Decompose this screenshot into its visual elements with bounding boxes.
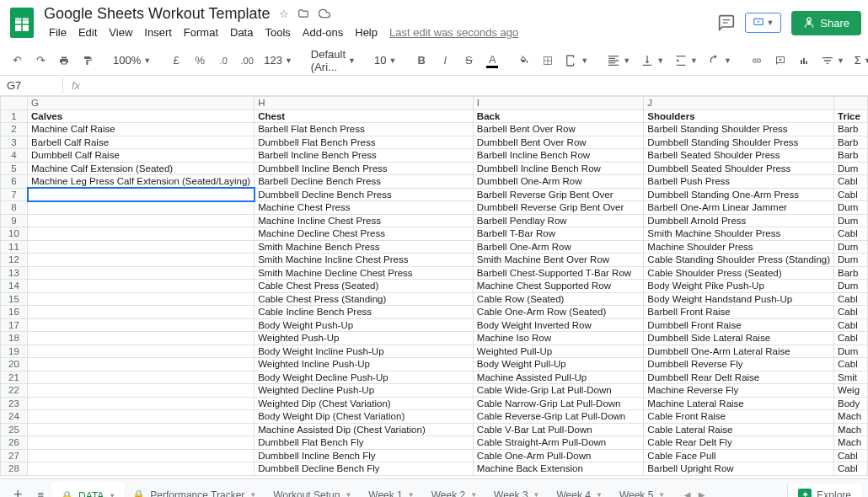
cell[interactable]: Machine Chest Press <box>255 201 474 215</box>
cell[interactable]: Cabl <box>834 292 868 306</box>
cell[interactable]: Barbell Push Press <box>644 175 834 189</box>
redo-icon[interactable]: ↷ <box>30 50 51 72</box>
cell[interactable]: Machine Decline Chest Press <box>255 227 474 241</box>
col-header[interactable] <box>1 97 28 110</box>
cell[interactable]: Dumbbell Standing Shoulder Press <box>644 136 834 149</box>
cell[interactable]: Dum <box>834 254 868 267</box>
cell[interactable]: Dumbbell Front Raise <box>644 318 834 332</box>
cell[interactable]: Smith Machine Decline Chest Press <box>255 266 474 280</box>
cell[interactable]: Cabl <box>834 175 868 189</box>
cell[interactable]: Dumbbell Seated Shoulder Press <box>644 162 834 175</box>
link-icon[interactable] <box>747 50 767 72</box>
cell[interactable]: Cable Front Raise <box>644 410 834 424</box>
cell[interactable]: Smith Machine Bent Over Row <box>473 254 643 267</box>
cell[interactable]: Machine Calf Raise <box>28 123 255 136</box>
tab-performance-tracker[interactable]: 🔒Performance Tracker▼ <box>124 482 265 498</box>
cell[interactable]: Barbell Flat Bench Press <box>255 123 474 136</box>
cell[interactable]: Machine Assisted Pull-Up <box>473 371 643 384</box>
scroll-left-icon[interactable]: ◄ <box>682 489 693 497</box>
add-sheet-icon[interactable]: + <box>7 481 29 497</box>
print-icon[interactable] <box>54 50 74 72</box>
row-header[interactable]: 28 <box>1 462 28 476</box>
row-header[interactable]: 17 <box>1 318 28 332</box>
functions-icon[interactable]: Σ▼ <box>851 52 868 68</box>
decrease-decimal-icon[interactable]: .0 <box>213 50 233 72</box>
cell[interactable]: Dumbbell Decline Bench Fly <box>255 462 474 476</box>
valign-icon[interactable]: ▼ <box>637 52 667 69</box>
menu-data[interactable]: Data <box>225 24 258 40</box>
cell[interactable]: Body Weight Handstand Push-Up <box>644 292 834 306</box>
menu-view[interactable]: View <box>104 24 137 40</box>
cell[interactable]: Dumbbell Flat Bench Press <box>255 136 474 149</box>
cell[interactable] <box>28 227 255 241</box>
row-header[interactable]: 1 <box>1 110 28 123</box>
menu-help[interactable]: Help <box>350 24 383 40</box>
cell[interactable]: Dum <box>834 214 868 227</box>
col-header[interactable] <box>834 97 868 110</box>
cell[interactable]: Cable Wide-Grip Lat Pull-Down <box>473 384 643 398</box>
cell[interactable]: Dumbbell Incline Bench Fly <box>255 449 474 462</box>
sheets-logo[interactable] <box>7 8 37 38</box>
cell[interactable] <box>28 436 255 450</box>
row-header[interactable]: 3 <box>1 136 28 149</box>
tab-week-4[interactable]: Week 4▼ <box>548 482 610 498</box>
tab-week-3[interactable]: Week 3▼ <box>485 482 548 498</box>
row-header[interactable]: 12 <box>1 254 28 267</box>
col-header[interactable]: H <box>255 97 474 110</box>
cell[interactable] <box>28 397 255 410</box>
cell[interactable]: Dumbbell Calf Raise <box>28 149 255 163</box>
cell[interactable]: Barbell Incline Bench Row <box>473 149 643 163</box>
cell[interactable]: Barbell Calf Raise <box>28 136 255 149</box>
cell[interactable]: Cabl <box>834 332 868 345</box>
row-header[interactable]: 6 <box>1 175 28 189</box>
row-header[interactable]: 10 <box>1 227 28 241</box>
cell[interactable]: Barb <box>834 149 868 163</box>
fill-color-icon[interactable] <box>514 50 534 72</box>
cell[interactable]: Machine Incline Chest Press <box>255 214 474 227</box>
cell[interactable]: Dumbbell Flat Bench Fly <box>255 436 474 450</box>
cell[interactable] <box>28 358 255 371</box>
cell[interactable]: Body Weight Dip (Chest Variation) <box>255 410 474 424</box>
cell[interactable]: Cabl <box>834 358 868 371</box>
cell[interactable]: Cabl <box>834 462 868 476</box>
cell[interactable]: Cable Lateral Raise <box>644 423 834 436</box>
cell[interactable]: Dumbbell Arnold Press <box>644 214 834 227</box>
tab-workout-setup[interactable]: Workout Setup▼ <box>265 482 360 498</box>
cell[interactable]: Cable Row (Seated) <box>473 292 643 306</box>
cell[interactable]: Dum <box>834 345 868 358</box>
cell[interactable]: Barbell Bent Over Row <box>473 123 643 136</box>
row-header[interactable]: 22 <box>1 384 28 398</box>
cell[interactable]: Dumbbell Decline Bench Press <box>255 188 474 201</box>
italic-icon[interactable]: I <box>435 50 455 72</box>
cell[interactable]: Cable Face Pull <box>644 449 834 462</box>
cell[interactable] <box>28 254 255 267</box>
menu-insert[interactable]: Insert <box>139 24 177 40</box>
cell[interactable]: Machine Calf Extension (Seated) <box>28 162 255 175</box>
increase-decimal-icon[interactable]: .00 <box>237 50 257 72</box>
row-header[interactable]: 2 <box>1 123 28 136</box>
cell[interactable]: Cable Narrow-Grip Lat Pull-Down <box>473 397 643 410</box>
cell[interactable] <box>28 292 255 306</box>
cell[interactable] <box>28 201 255 215</box>
halign-icon[interactable]: ▼ <box>603 52 634 69</box>
cell[interactable]: Smith Machine Incline Chest Press <box>255 254 474 267</box>
cell[interactable]: Barbell Upright Row <box>644 462 834 476</box>
cell[interactable] <box>28 280 255 293</box>
present-button[interactable]: ▼ <box>745 13 781 33</box>
row-header[interactable]: 16 <box>1 306 28 319</box>
rotate-icon[interactable]: ▼ <box>705 52 735 69</box>
cell[interactable]: Cable One-Arm Pull-Down <box>473 449 643 462</box>
row-header[interactable]: 8 <box>1 201 28 215</box>
col-header[interactable]: J <box>644 97 834 110</box>
cell[interactable]: Dum <box>834 240 868 254</box>
cell[interactable]: Dumbbell One-Arm Row <box>473 175 643 189</box>
row-header[interactable]: 4 <box>1 149 28 163</box>
cell[interactable]: Dumbbell Bent Over Row <box>473 136 643 149</box>
row-header[interactable]: 15 <box>1 292 28 306</box>
row-header[interactable]: 5 <box>1 162 28 175</box>
cell[interactable]: Mach <box>834 423 868 436</box>
cell[interactable]: Trice <box>834 110 868 123</box>
menu-format[interactable]: Format <box>179 24 223 40</box>
cell[interactable]: Barbell Chest-Supported T-Bar Row <box>473 266 643 280</box>
cell[interactable]: Weighted Push-Up <box>255 332 474 345</box>
